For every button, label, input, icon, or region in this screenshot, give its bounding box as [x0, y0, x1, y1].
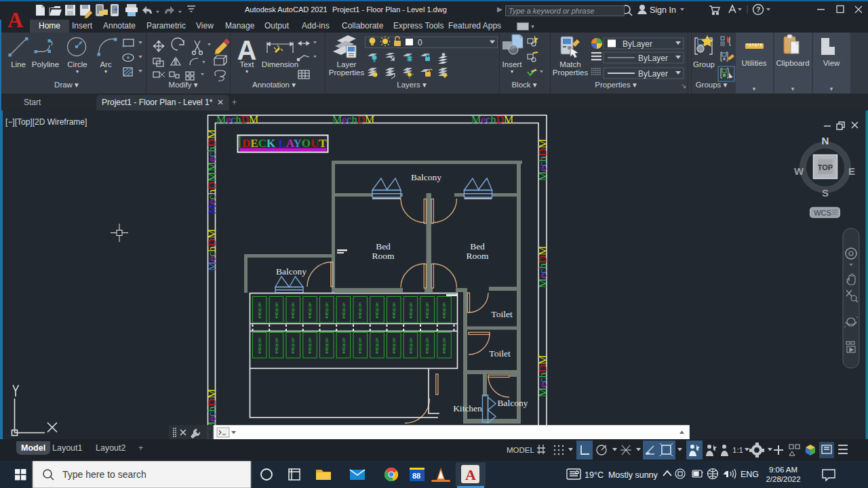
svg-text:4HID@19H: 4HID@19H	[342, 338, 346, 354]
svg-text:MODEL: MODEL	[507, 446, 535, 454]
svg-text:4HID@19H: 4HID@19H	[359, 302, 362, 319]
svg-text:2/28/2022: 2/28/2022	[766, 475, 800, 483]
svg-text:?: ?	[756, 5, 760, 14]
svg-text:4HID@19H: 4HID@19H	[376, 338, 379, 354]
svg-text:A: A	[465, 466, 476, 483]
svg-text:Text: Text	[239, 60, 254, 68]
svg-text:Draw ▾: Draw ▾	[54, 81, 79, 89]
svg-text:▾: ▾	[830, 85, 833, 92]
svg-text:4HID@19H: 4HID@19H	[326, 338, 329, 354]
svg-text:DECK LAYOUT: DECK LAYOUT	[242, 137, 327, 150]
svg-text:S: S	[822, 187, 829, 199]
svg-text:19°C Mostly sunny: 19°C Mostly sunny	[585, 470, 658, 480]
svg-text:Circle: Circle	[67, 60, 87, 68]
svg-text:TOP: TOP	[818, 163, 833, 171]
svg-text:4HID@19H: 4HID@19H	[275, 338, 279, 354]
svg-text:Properties ▾: Properties ▾	[595, 81, 637, 89]
svg-text:4HID@19H: 4HID@19H	[393, 302, 396, 319]
svg-text:MechDM: MechDM	[332, 114, 374, 125]
svg-text:MechDM: MechDM	[206, 172, 218, 214]
svg-text:Balcony: Balcony	[276, 266, 307, 277]
svg-text:W: W	[794, 165, 804, 177]
svg-text:4HID@19H: 4HID@19H	[292, 338, 295, 354]
svg-text:Layer: Layer	[337, 60, 357, 68]
svg-text:Annotation ▾: Annotation ▾	[252, 81, 296, 89]
svg-text:4HID@19H: 4HID@19H	[275, 302, 279, 319]
svg-text:Utilities: Utilities	[741, 59, 766, 67]
svg-text:▾: ▾	[791, 85, 795, 92]
svg-text:▾: ▾	[511, 68, 513, 75]
svg-text:Balcony: Balcony	[498, 398, 528, 408]
svg-text:▾: ▾	[76, 68, 79, 75]
svg-text:4HID@19H: 4HID@19H	[426, 302, 429, 319]
svg-text:MechDM: MechDM	[537, 139, 549, 181]
svg-text:1:1: 1:1	[732, 446, 743, 454]
svg-text:4HID@19H: 4HID@19H	[292, 302, 295, 319]
svg-text:4HID@19H: 4HID@19H	[309, 338, 312, 354]
svg-text:4HID@19H: 4HID@19H	[326, 302, 329, 319]
svg-text:View: View	[823, 59, 840, 67]
svg-text:Balcony: Balcony	[411, 172, 441, 182]
svg-text:ByLayer: ByLayer	[623, 39, 652, 49]
svg-text:4HID@19H: 4HID@19H	[342, 302, 346, 319]
svg-text:Properties: Properties	[553, 68, 589, 77]
svg-text:Bed: Bed	[470, 241, 485, 251]
svg-text:4HID@19H: 4HID@19H	[410, 302, 413, 319]
svg-text:4HID@19H: 4HID@19H	[258, 302, 262, 319]
svg-text:ByLayer: ByLayer	[638, 54, 668, 63]
svg-text:Match: Match	[559, 60, 580, 68]
svg-text:WCS: WCS	[814, 209, 831, 217]
svg-text:MechDM: MechDM	[206, 229, 218, 271]
svg-text:MechDM: MechDM	[206, 129, 218, 171]
svg-text:9:06 AM: 9:06 AM	[769, 466, 797, 474]
svg-text:Block ▾: Block ▾	[511, 81, 536, 89]
svg-text:[−][Top][2D Wireframe]: [−][Top][2D Wireframe]	[5, 117, 87, 127]
svg-text:E: E	[848, 165, 855, 177]
svg-text:Properties: Properties	[329, 68, 365, 77]
svg-text:Type here to search: Type here to search	[62, 469, 146, 480]
svg-text:4HID@19H: 4HID@19H	[393, 338, 396, 354]
svg-text:Clipboard: Clipboard	[776, 59, 809, 67]
svg-text:↘: ↘	[681, 82, 686, 89]
svg-text:4HID@19H: 4HID@19H	[376, 302, 379, 319]
svg-text:4HID@19H: 4HID@19H	[258, 338, 262, 354]
svg-text:4HID@19H: 4HID@19H	[410, 338, 413, 354]
svg-text:ENG: ENG	[741, 470, 759, 479]
svg-text:4HID@19H: 4HID@19H	[443, 338, 446, 354]
svg-text:▾: ▾	[104, 68, 107, 75]
svg-text:Bed: Bed	[376, 241, 391, 251]
svg-text:Layers ▾: Layers ▾	[397, 81, 427, 89]
svg-text:Sign In: Sign In	[650, 5, 676, 15]
svg-text:ByLayer: ByLayer	[638, 69, 668, 79]
svg-text:▾: ▾	[245, 68, 248, 75]
svg-text:▾: ▾	[753, 85, 756, 92]
svg-text:88: 88	[412, 472, 420, 480]
svg-text:Group: Group	[693, 60, 715, 68]
svg-text:Room: Room	[466, 251, 489, 261]
svg-text:MechDM: MechDM	[537, 355, 549, 397]
svg-text:Arc: Arc	[100, 60, 112, 68]
svg-text:4HID@19H: 4HID@19H	[309, 302, 312, 319]
svg-text:Line: Line	[11, 60, 26, 68]
svg-text:N: N	[822, 135, 829, 146]
svg-text:Toilet: Toilet	[489, 348, 511, 359]
svg-text:4HID@19H: 4HID@19H	[359, 338, 362, 354]
svg-text:0: 0	[418, 38, 422, 47]
svg-text:MechDM: MechDM	[216, 114, 258, 125]
svg-text:Modify ▾: Modify ▾	[169, 81, 198, 89]
svg-text:Room: Room	[372, 251, 395, 261]
svg-text:Polyline: Polyline	[32, 60, 59, 68]
svg-text:Groups ▾: Groups ▾	[696, 81, 728, 89]
svg-text:MechDM: MechDM	[537, 246, 549, 288]
svg-text:Dimension: Dimension	[262, 60, 298, 68]
svg-text:Kitchen: Kitchen	[453, 403, 482, 413]
svg-text:Insert: Insert	[502, 60, 523, 68]
svg-text:MechDM: MechDM	[471, 114, 513, 125]
svg-text:Toilet: Toilet	[491, 309, 513, 319]
svg-text:4HID@19H: 4HID@19H	[443, 302, 446, 319]
svg-text:4HID@19H: 4HID@19H	[426, 338, 429, 354]
